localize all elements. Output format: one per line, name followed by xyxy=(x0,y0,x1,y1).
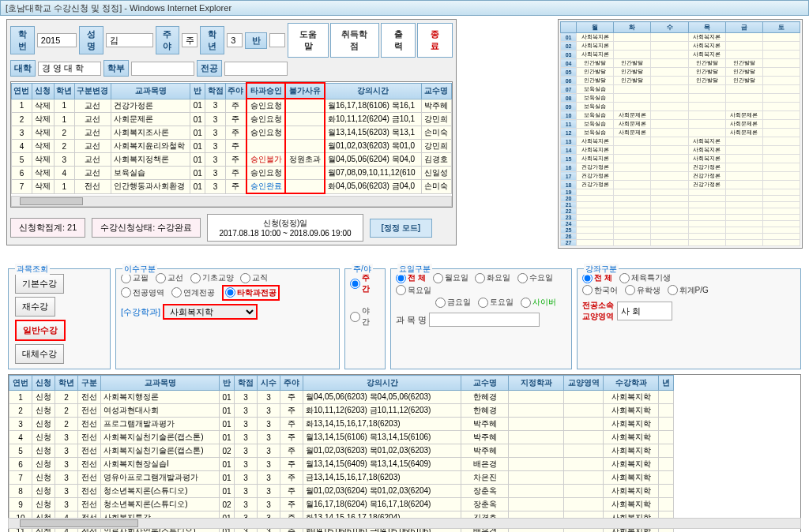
table-row[interactable]: 9신청3전선청소년복지론(스튜디오)0233주월16,17,18(6204) 목… xyxy=(9,498,674,511)
r-dw-mon[interactable]: 월요일 xyxy=(433,272,468,283)
r-gyojik[interactable]: 교직 xyxy=(240,272,268,283)
table-row[interactable]: 3신청2전선프로그램개발과평가0133주화13,14,15,16,17,18(6… xyxy=(9,418,674,431)
class-label: 반 xyxy=(245,32,267,49)
r-dn-night[interactable]: 야간 xyxy=(350,305,375,328)
r-lc-intl[interactable]: 유학생 xyxy=(625,285,660,296)
table-row[interactable]: 8신청3전선청소년복지론(스튜디오)0133주월01,02,03(6204) 목… xyxy=(9,485,674,498)
schedule-panel: 월 화 수 목 금 토 01사회복지론사회복지론02사회복지론사회복지론03사회… xyxy=(558,19,803,249)
help-button[interactable]: 도움말 xyxy=(288,23,329,58)
sched-row: 04인간발달인간발달인간발달인간발달 xyxy=(561,59,800,68)
dept-input[interactable] xyxy=(131,62,194,76)
tab-retake[interactable]: 재수강 xyxy=(15,297,55,317)
r-dn-day[interactable]: 주간 xyxy=(350,272,375,294)
sched-row: 23 xyxy=(561,215,800,221)
r-lc-pg[interactable]: 휘계P/G xyxy=(668,285,709,296)
print-button[interactable]: 출 력 xyxy=(381,23,416,58)
sched-mon: 월 xyxy=(577,22,614,33)
r-link[interactable]: 연계전공 xyxy=(171,287,215,298)
sched-row: 11보육실습사회문제론사회문제론 xyxy=(561,120,800,129)
major-input[interactable] xyxy=(224,62,288,76)
sched-row: 22 xyxy=(561,208,800,215)
dow-title: 요일구분 xyxy=(397,264,432,275)
completion-box: 이수구분 교필 교선 기초교양 교직 전공영역 연계전공 타학과전공 [수강학과… xyxy=(115,268,340,369)
tab-basic[interactable]: 기본수강 xyxy=(15,274,64,294)
exit-button[interactable]: 종 료 xyxy=(417,23,453,58)
table-row[interactable]: 6삭제4교선보육실습013주승인요청월07,08,09,10,11,12(610… xyxy=(12,167,452,180)
table-row[interactable]: 6신청3전선사회복지현장실습I0133주월13,14,15(6409) 목13,… xyxy=(9,458,674,471)
period-range: 2017.08.18 10:00 ~ 2018.09.06 19:00 xyxy=(219,229,351,238)
major-label: 전공 xyxy=(197,60,222,77)
sched-row: 12보육실습사회문제론사회문제론 xyxy=(561,129,800,137)
r-dw-cyber[interactable]: 사이버 xyxy=(521,297,556,308)
col-ban: 반 xyxy=(190,83,205,99)
col-cls: 구분변경 xyxy=(74,83,111,99)
r-other[interactable]: 타학과전공 xyxy=(222,285,280,301)
g2-area: 교양영역 xyxy=(564,376,604,391)
sched-row: 24 xyxy=(561,221,800,227)
period-title: 신청(정정)일 xyxy=(219,218,351,229)
dept-label: 학부 xyxy=(103,60,129,77)
table-row[interactable]: 4삭제2교선사회복지윤리와철학013주월01,02,03(6203) 목01,0… xyxy=(12,140,452,153)
window-title: [호남대학교 수강신청 및 정정] - Windows Internet Exp… xyxy=(6,2,231,14)
mode-button[interactable]: [정정 모드] xyxy=(370,219,432,238)
dow-box: 요일구분 전 체 월요일 화요일 수요일 목요일 금요일 토요일 사이버 과 목… xyxy=(390,268,572,369)
day-input[interactable] xyxy=(182,33,198,47)
credit-total: 신청학점계: 21 xyxy=(10,218,85,238)
grade-label: 학년 xyxy=(200,26,224,54)
day-label: 주야 xyxy=(156,26,180,54)
sched-fri: 금 xyxy=(725,22,762,33)
subject-input[interactable] xyxy=(429,313,540,327)
table-row[interactable]: 2신청2전선여성과현대사회0133주화10,11,12(6203) 금10,11… xyxy=(9,404,674,418)
sched-thu: 목 xyxy=(688,22,725,33)
page-scrollbar[interactable] xyxy=(8,518,801,529)
univ-input[interactable] xyxy=(38,62,101,76)
table-row[interactable]: 4신청3전선사회복지실천기술론(캡스톤)0133주월13,14,15(6106)… xyxy=(9,431,674,444)
grid1-scrollbar[interactable] xyxy=(11,196,452,207)
univ-label: 대학 xyxy=(10,60,36,77)
table-row[interactable]: 3삭제2교선사회복지조사론013주승인요청월13,14,15(6203) 목13… xyxy=(12,126,452,140)
name-input[interactable] xyxy=(106,33,153,47)
r-dw-wed[interactable]: 수요일 xyxy=(517,272,553,283)
lookup-box: 과목조회 기본수강 재수강 일반수강 대체수강 xyxy=(8,268,111,369)
sched-row: 07보육실습 xyxy=(561,85,800,94)
period-box: 신청(정정)일 2017.08.18 10:00 ~ 2018.09.06 19… xyxy=(207,214,363,242)
table-row[interactable]: 7신청3전선영유아프로그램개발과평가0133주금13,14,15,16,17,1… xyxy=(9,471,674,485)
col-appr: 타과승인 xyxy=(246,83,286,99)
r-lc-pe[interactable]: 체육특기생 xyxy=(619,272,671,283)
dayn-title: 주/야 xyxy=(352,264,373,275)
col-cred: 학점 xyxy=(205,83,226,99)
table-row[interactable]: 1삭제1교선건강가정론013주승인요청월16,17,18(6106) 목16,1… xyxy=(12,99,452,113)
r-dw-sat[interactable]: 토요일 xyxy=(478,297,514,308)
table-row[interactable]: 7삭제1전선인간행동과사회환경013주승인완료화04,05,06(6203) 금… xyxy=(12,180,452,194)
r-gyoseon[interactable]: 교선 xyxy=(156,272,183,283)
r-lc-kr[interactable]: 한국어 xyxy=(582,285,618,296)
table-row[interactable]: 2삭제1교선사회문제론013주승인요청화10,11,12(6204) 금10,1… xyxy=(12,113,452,126)
hakbun-input[interactable] xyxy=(37,33,77,47)
g2-no: 연번 xyxy=(9,376,32,391)
sched-row: 16건강가정론건강가정론 xyxy=(561,163,800,172)
r-area[interactable]: 전공영역 xyxy=(121,287,164,298)
r-dw-tue[interactable]: 화요일 xyxy=(475,272,510,283)
class-input[interactable] xyxy=(269,33,285,47)
lookup-title: 과목조회 xyxy=(15,264,50,275)
col-reason: 불가사유 xyxy=(285,83,325,99)
sched-row: 10보육실습사회문제론사회문제론 xyxy=(561,111,800,120)
sched-row: 20 xyxy=(561,196,800,202)
affil-input[interactable] xyxy=(617,302,672,320)
subj-label: 과 목 명 xyxy=(396,315,427,324)
dept-select[interactable]: 사회복지학 xyxy=(163,304,258,320)
table-row[interactable]: 1신청2전선사회복지행정론0133주월04,05,06(6203) 목04,05… xyxy=(9,391,674,404)
grade-input[interactable] xyxy=(227,33,243,47)
window-title-bar: [호남대학교 수강신청 및 정정] - Windows Internet Exp… xyxy=(0,0,809,16)
tab-subst[interactable]: 대체수강 xyxy=(15,344,64,364)
r-gicho[interactable]: 기초교양 xyxy=(190,272,234,283)
tab-general[interactable]: 일반수강 xyxy=(15,320,66,341)
r-dw-thu[interactable]: 목요일 xyxy=(396,285,431,296)
g2-course: 교과목명 xyxy=(101,376,220,391)
earned-button[interactable]: 취득학점 xyxy=(330,23,379,58)
table-row[interactable]: 5삭제3교선사회복지정책론013주승인불가정원초과월04,05,06(6204)… xyxy=(12,153,452,167)
sched-row: 15사회복지론사회복지론 xyxy=(561,155,800,163)
table-row[interactable]: 5신청3전선사회복지실천기술론(캡스톤)0233주월01,02,03(6203)… xyxy=(9,444,674,458)
col-no: 연번 xyxy=(12,83,32,99)
r-dw-fri[interactable]: 금요일 xyxy=(435,297,471,308)
